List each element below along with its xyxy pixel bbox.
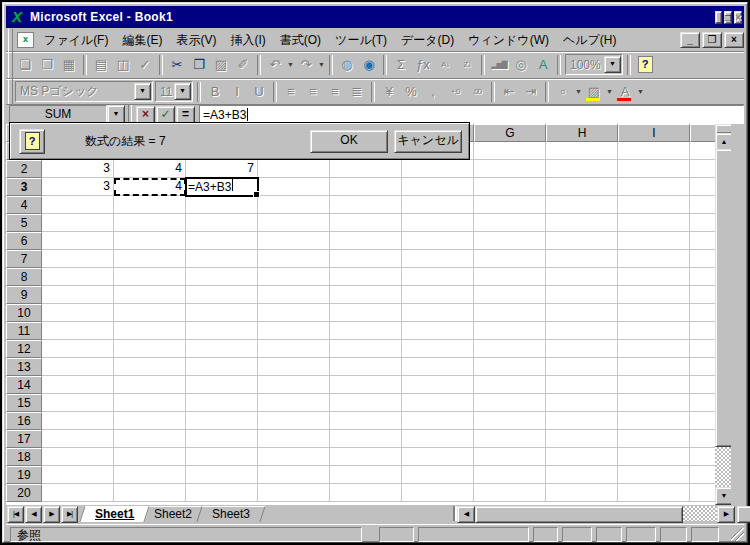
- cell-C18[interactable]: [186, 448, 258, 466]
- cell-F10[interactable]: [402, 304, 474, 322]
- cell-C3[interactable]: =A3+B3: [186, 178, 258, 196]
- undo-icon[interactable]: ↶: [264, 54, 286, 76]
- cell-E15[interactable]: [330, 394, 402, 412]
- cell-J6[interactable]: [690, 232, 715, 250]
- row-header-16[interactable]: 16: [6, 412, 42, 430]
- edit-formula-icon[interactable]: =: [176, 106, 195, 124]
- resize-grip[interactable]: [731, 528, 744, 541]
- cell-I7[interactable]: [618, 250, 690, 268]
- cell-A9[interactable]: [42, 286, 114, 304]
- menu-item-8[interactable]: ヘルプ(H): [556, 30, 624, 51]
- cell-G1[interactable]: [474, 142, 546, 160]
- cell-F3[interactable]: [402, 178, 474, 196]
- cell-J20[interactable]: [690, 484, 715, 502]
- format-painter-icon[interactable]: ✐: [232, 54, 254, 76]
- map-icon[interactable]: ◎: [510, 54, 532, 76]
- cell-H20[interactable]: [546, 484, 618, 502]
- cell-H12[interactable]: [546, 340, 618, 358]
- cancel-button[interactable]: キャンセル: [394, 130, 462, 153]
- cell-J5[interactable]: [690, 214, 715, 232]
- row-header-8[interactable]: 8: [6, 268, 42, 286]
- font-size-dropdown-icon[interactable]: ▼: [174, 83, 191, 100]
- vertical-scroll-track[interactable]: [715, 149, 731, 488]
- cell-B15[interactable]: [114, 394, 186, 412]
- cell-B8[interactable]: [114, 268, 186, 286]
- fill-color-icon[interactable]: ▨: [583, 81, 605, 103]
- minimize-button[interactable]: _: [715, 11, 723, 24]
- menu-item-0[interactable]: ファイル(F): [37, 30, 115, 51]
- cell-F20[interactable]: [402, 484, 474, 502]
- cell-A5[interactable]: [42, 214, 114, 232]
- menu-item-2[interactable]: 表示(V): [169, 30, 223, 51]
- cell-D10[interactable]: [258, 304, 330, 322]
- cell-J14[interactable]: [690, 376, 715, 394]
- cell-C14[interactable]: [186, 376, 258, 394]
- cell-G8[interactable]: [474, 268, 546, 286]
- cell-F15[interactable]: [402, 394, 474, 412]
- cell-H2[interactable]: [546, 160, 618, 178]
- font-size-box[interactable]: 11 ▼: [155, 81, 193, 102]
- function-wizard-icon[interactable]: ƒx: [412, 54, 434, 76]
- cell-B3[interactable]: 4: [114, 178, 186, 196]
- doc-minimize-button[interactable]: _: [680, 32, 700, 48]
- borders-icon[interactable]: ▫: [552, 81, 574, 103]
- cell-J4[interactable]: [690, 196, 715, 214]
- cell-E2[interactable]: [330, 160, 402, 178]
- cell-C13[interactable]: [186, 358, 258, 376]
- cell-A10[interactable]: [42, 304, 114, 322]
- cell-D14[interactable]: [258, 376, 330, 394]
- cell-J11[interactable]: [690, 322, 715, 340]
- cell-C12[interactable]: [186, 340, 258, 358]
- cell-E13[interactable]: [330, 358, 402, 376]
- cell-J16[interactable]: [690, 412, 715, 430]
- cell-G16[interactable]: [474, 412, 546, 430]
- cell-F7[interactable]: [402, 250, 474, 268]
- cell-C15[interactable]: [186, 394, 258, 412]
- align-left-icon[interactable]: ≡: [280, 81, 302, 103]
- cell-A6[interactable]: [42, 232, 114, 250]
- cell-D6[interactable]: [258, 232, 330, 250]
- cell-I10[interactable]: [618, 304, 690, 322]
- decrease-indent-icon[interactable]: ⇤: [498, 81, 520, 103]
- cell-B11[interactable]: [114, 322, 186, 340]
- cell-G18[interactable]: [474, 448, 546, 466]
- workbook-icon[interactable]: x: [17, 32, 34, 48]
- cell-D4[interactable]: [258, 196, 330, 214]
- ok-button[interactable]: OK: [310, 130, 388, 153]
- cell-E19[interactable]: [330, 466, 402, 484]
- cell-I13[interactable]: [618, 358, 690, 376]
- decrease-decimal-icon[interactable]: .00: [466, 81, 488, 103]
- cancel-formula-icon[interactable]: ×: [136, 106, 155, 124]
- row-header-3[interactable]: 3: [6, 178, 42, 196]
- cell-F11[interactable]: [402, 322, 474, 340]
- italic-icon[interactable]: I: [226, 81, 248, 103]
- cell-J17[interactable]: [690, 430, 715, 448]
- cell-D8[interactable]: [258, 268, 330, 286]
- cell-D19[interactable]: [258, 466, 330, 484]
- cell-A12[interactable]: [42, 340, 114, 358]
- cell-F13[interactable]: [402, 358, 474, 376]
- cell-H8[interactable]: [546, 268, 618, 286]
- cell-B10[interactable]: [114, 304, 186, 322]
- sheet-tab-sheet1[interactable]: Sheet1: [79, 506, 150, 522]
- row-header-12[interactable]: 12: [6, 340, 42, 358]
- cell-I9[interactable]: [618, 286, 690, 304]
- chart-wizard-icon[interactable]: ▂▅▇: [488, 54, 510, 76]
- cell-D16[interactable]: [258, 412, 330, 430]
- enter-formula-icon[interactable]: ✓: [156, 106, 175, 124]
- drawing-icon[interactable]: A: [532, 54, 554, 76]
- doc-restore-button[interactable]: ❐: [702, 32, 722, 48]
- cell-I11[interactable]: [618, 322, 690, 340]
- save-icon[interactable]: ▦: [58, 54, 80, 76]
- cell-D11[interactable]: [258, 322, 330, 340]
- next-sheet-button-icon[interactable]: ▶: [43, 506, 60, 523]
- cell-F16[interactable]: [402, 412, 474, 430]
- cell-E7[interactable]: [330, 250, 402, 268]
- row-header-15[interactable]: 15: [6, 394, 42, 412]
- cell-D7[interactable]: [258, 250, 330, 268]
- menubar-grip[interactable]: [8, 29, 13, 51]
- percent-style-icon[interactable]: %: [400, 81, 422, 103]
- cell-F18[interactable]: [402, 448, 474, 466]
- cell-H18[interactable]: [546, 448, 618, 466]
- cell-J10[interactable]: [690, 304, 715, 322]
